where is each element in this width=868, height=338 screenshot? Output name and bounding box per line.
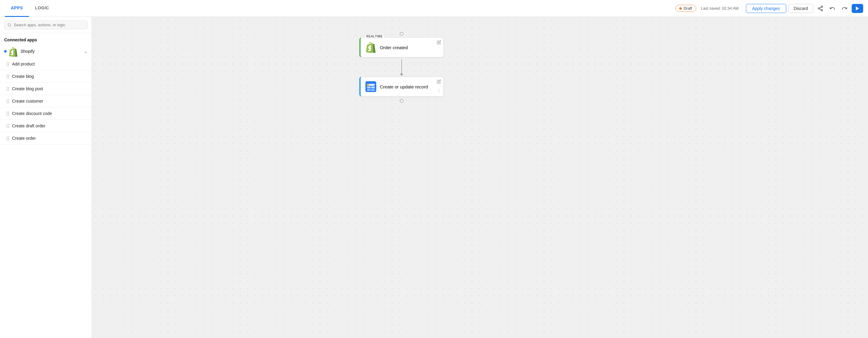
svg-point-1 [818, 7, 820, 9]
list-item[interactable]: Create blog post [0, 83, 92, 95]
svg-point-2 [821, 9, 823, 11]
discard-button[interactable]: Discard [789, 4, 813, 13]
action-more-button[interactable] [437, 89, 441, 94]
list-item[interactable]: Create draft order [0, 120, 92, 132]
list-item[interactable]: Create customer [0, 95, 92, 107]
sidebar-search [0, 17, 92, 33]
redo-icon [841, 5, 847, 11]
list-item[interactable]: Create order [0, 132, 92, 145]
trigger-edit-button[interactable] [437, 40, 441, 45]
run-button[interactable] [852, 4, 863, 13]
shopify-icon [9, 47, 18, 57]
draft-badge: Draft [675, 5, 696, 12]
svg-rect-12 [367, 89, 371, 91]
search-input[interactable] [14, 23, 84, 27]
svg-line-3 [819, 9, 821, 10]
svg-point-6 [8, 24, 11, 26]
main-layout: Connected apps Shopify ⌄ [0, 17, 868, 338]
action-bottom-connector [400, 99, 403, 103]
last-saved-label: Last saved: 02:34 AM [701, 6, 739, 10]
undo-button[interactable] [828, 4, 837, 13]
shopify-logo-wrap [9, 47, 18, 56]
svg-point-16 [439, 90, 439, 91]
chevron-up-icon: ⌄ [84, 49, 87, 54]
trigger-top-connector [400, 32, 403, 36]
header-right: Draft Last saved: 02:34 AM Apply changes… [675, 4, 863, 13]
header: APPS LOGIC Draft Last saved: 02:34 AM Ap… [0, 0, 868, 17]
connected-apps-title: Connected apps [0, 33, 92, 45]
shopify-app-header[interactable]: Shopify ⌄ [0, 45, 92, 58]
sidebar: Connected apps Shopify ⌄ [0, 17, 92, 338]
tab-logic[interactable]: LOGIC [29, 0, 55, 17]
search-icon [7, 23, 11, 27]
redo-button[interactable] [840, 4, 849, 13]
drag-handle-icon [7, 75, 9, 79]
drag-handle-icon [7, 136, 9, 140]
apply-changes-button[interactable]: Apply changes [746, 4, 786, 13]
tab-apps[interactable]: APPS [5, 0, 29, 17]
connector-line [401, 59, 402, 74]
workflow-canvas[interactable]: REALTIME Order created [92, 17, 868, 338]
list-item[interactable]: Add product [0, 58, 92, 70]
pencil-icon [437, 79, 441, 84]
svg-marker-5 [856, 6, 859, 10]
drag-handle-icon [7, 87, 9, 91]
svg-rect-10 [367, 86, 371, 88]
trigger-node-label: Order created [380, 45, 439, 50]
drag-handle-icon [7, 99, 9, 103]
run-icon [855, 6, 860, 11]
pencil-icon [437, 40, 441, 45]
draft-dot [679, 7, 682, 10]
search-input-wrap[interactable] [4, 21, 87, 29]
workflow-area: REALTIME Order created [360, 32, 444, 103]
action-node[interactable]: Create or update record [360, 77, 444, 96]
list-item[interactable]: Create discount code [0, 107, 92, 120]
drag-handle-icon [7, 62, 9, 66]
more-vertical-icon [437, 89, 441, 93]
share-icon [817, 5, 824, 11]
app-status-dot [4, 50, 7, 53]
action-node-label: Create or update record [380, 84, 439, 89]
svg-point-17 [439, 92, 439, 92]
airtable-icon [365, 81, 376, 92]
sidebar-items-list: Add product Create blog [0, 58, 92, 338]
action-edit-button[interactable] [437, 79, 441, 84]
svg-rect-14 [367, 84, 369, 86]
header-tabs: APPS LOGIC [5, 0, 55, 17]
realtime-badge: REALTIME [364, 34, 385, 39]
svg-rect-13 [371, 89, 375, 91]
action-node-icon [365, 81, 376, 92]
undo-icon [829, 5, 835, 11]
trigger-node[interactable]: REALTIME Order created [360, 37, 444, 57]
svg-line-4 [819, 7, 821, 8]
list-item[interactable]: Create blog [0, 70, 92, 83]
drag-handle-icon [7, 112, 9, 116]
svg-line-7 [10, 26, 11, 26]
share-button[interactable] [815, 4, 825, 13]
svg-rect-11 [371, 86, 375, 88]
svg-point-15 [439, 89, 439, 90]
shopify-app-name: Shopify [21, 49, 84, 54]
trigger-node-icon [365, 42, 376, 53]
svg-point-0 [821, 6, 823, 7]
connector-section [401, 59, 402, 74]
drag-handle-icon [7, 124, 9, 128]
